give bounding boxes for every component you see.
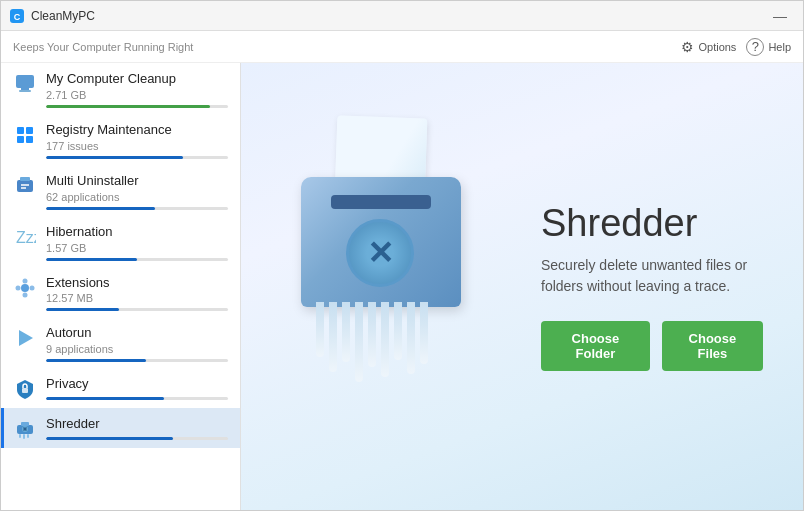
- app-icon: C: [9, 8, 25, 24]
- extensions-progress: [46, 308, 228, 311]
- shredder-strips: [316, 302, 428, 382]
- shredder-x-icon: ✕: [367, 237, 394, 269]
- autorun-progress-bar: [46, 359, 146, 362]
- svg-point-18: [23, 292, 28, 297]
- svg-point-17: [16, 285, 21, 290]
- help-button[interactable]: Help: [746, 38, 791, 56]
- shredder-strip-6: [394, 302, 402, 360]
- sidebar-item-privacy[interactable]: Privacy: [1, 368, 240, 408]
- svg-text:Zzz: Zzz: [16, 229, 36, 246]
- options-button[interactable]: Options: [681, 39, 736, 55]
- svg-rect-7: [17, 136, 24, 143]
- shredder-strip-7: [407, 302, 415, 374]
- extensions-content: Extensions12.57 MB: [46, 275, 228, 312]
- svg-rect-24: [23, 434, 25, 439]
- sidebar-item-my-computer-cleanup[interactable]: My Computer Cleanup2.71 GB: [1, 63, 240, 114]
- multi-uninstaller-progress: [46, 207, 228, 210]
- svg-rect-2: [16, 75, 34, 88]
- multi-uninstaller-name: Multi Uninstaller: [46, 173, 228, 190]
- privacy-progress-bar: [46, 397, 164, 400]
- my-computer-cleanup-content: My Computer Cleanup2.71 GB: [46, 71, 228, 108]
- my-computer-cleanup-icon: [14, 73, 38, 97]
- close-button[interactable]: —: [765, 6, 795, 26]
- svg-rect-8: [26, 136, 33, 143]
- svg-text:C: C: [14, 12, 21, 22]
- choose-files-button[interactable]: Choose Files: [662, 321, 763, 371]
- sidebar-item-shredder[interactable]: Shredder: [1, 408, 240, 448]
- registry-maintenance-name: Registry Maintenance: [46, 122, 228, 139]
- app-subtitle: Keeps Your Computer Running Right: [13, 41, 193, 53]
- svg-rect-4: [19, 90, 31, 92]
- shredder-progress-bar: [46, 437, 173, 440]
- main-layout: My Computer Cleanup2.71 GBRegistry Maint…: [1, 63, 803, 510]
- autorun-content: Autorun9 applications: [46, 325, 228, 362]
- header: Keeps Your Computer Running Right Option…: [1, 31, 803, 63]
- hibernation-progress-bar: [46, 258, 137, 261]
- choose-folder-button[interactable]: Choose Folder: [541, 321, 650, 371]
- svg-rect-22: [21, 422, 29, 426]
- extensions-progress-bar: [46, 308, 119, 311]
- shredder-progress: [46, 437, 228, 440]
- privacy-icon: [14, 378, 38, 402]
- titlebar: C CleanMyPC —: [1, 1, 803, 31]
- registry-maintenance-sub: 177 issues: [46, 140, 228, 152]
- svg-point-16: [30, 285, 35, 290]
- shredder-x-circle: ✕: [346, 219, 414, 287]
- privacy-name: Privacy: [46, 376, 228, 393]
- help-icon: [746, 38, 764, 56]
- svg-rect-23: [19, 434, 21, 438]
- sidebar-item-extensions[interactable]: Extensions12.57 MB: [1, 267, 240, 318]
- multi-uninstaller-content: Multi Uninstaller62 applications: [46, 173, 228, 210]
- autorun-progress: [46, 359, 228, 362]
- sidebar: My Computer Cleanup2.71 GBRegistry Maint…: [1, 63, 241, 510]
- my-computer-cleanup-progress-bar: [46, 105, 210, 108]
- hibernation-progress: [46, 258, 228, 261]
- sidebar-item-multi-uninstaller[interactable]: Multi Uninstaller62 applications: [1, 165, 240, 216]
- sidebar-item-autorun[interactable]: Autorun9 applications: [1, 317, 240, 368]
- registry-maintenance-icon: [14, 124, 38, 148]
- multi-uninstaller-icon: [14, 175, 38, 199]
- shredder-slot: [331, 195, 431, 209]
- svg-point-14: [21, 284, 29, 292]
- multi-uninstaller-sub: 62 applications: [46, 191, 228, 203]
- content-area: ✕ Shredder Securely delete unwanted file…: [241, 63, 803, 510]
- registry-maintenance-progress-bar: [46, 156, 183, 159]
- shredder-strip-4: [368, 302, 376, 367]
- svg-rect-25: [27, 434, 29, 438]
- sidebar-item-registry-maintenance[interactable]: Registry Maintenance177 issues: [1, 114, 240, 165]
- shredder-buttons: Choose Folder Choose Files: [541, 321, 763, 371]
- my-computer-cleanup-name: My Computer Cleanup: [46, 71, 228, 88]
- extensions-icon: [14, 277, 38, 301]
- autorun-name: Autorun: [46, 325, 228, 342]
- my-computer-cleanup-progress: [46, 105, 228, 108]
- hibernation-name: Hibernation: [46, 224, 228, 241]
- hibernation-icon: Zzz: [14, 226, 38, 250]
- header-actions: Options Help: [681, 38, 791, 56]
- autorun-sub: 9 applications: [46, 343, 228, 355]
- hibernation-sub: 1.57 GB: [46, 242, 228, 254]
- hibernation-content: Hibernation1.57 GB: [46, 224, 228, 261]
- shredder-description: Securely delete unwanted files or folder…: [541, 255, 763, 297]
- shredder-strip-3: [355, 302, 363, 382]
- registry-maintenance-progress: [46, 156, 228, 159]
- registry-maintenance-content: Registry Maintenance177 issues: [46, 122, 228, 159]
- privacy-progress: [46, 397, 228, 400]
- shredder-title: Shredder: [541, 202, 763, 245]
- multi-uninstaller-progress-bar: [46, 207, 155, 210]
- shredder-name: Shredder: [46, 416, 228, 433]
- shredder-strip-1: [329, 302, 337, 372]
- shredder-illustration: ✕: [281, 117, 511, 457]
- shredder-strip-2: [342, 302, 350, 362]
- help-label: Help: [768, 41, 791, 53]
- svg-point-15: [23, 278, 28, 283]
- extensions-sub: 12.57 MB: [46, 292, 228, 304]
- app-title: CleanMyPC: [31, 9, 765, 23]
- sidebar-item-hibernation[interactable]: ZzzHibernation1.57 GB: [1, 216, 240, 267]
- shredder-strip-0: [316, 302, 324, 357]
- svg-rect-6: [26, 127, 33, 134]
- svg-rect-5: [17, 127, 24, 134]
- svg-rect-20: [22, 388, 28, 393]
- svg-rect-10: [20, 177, 30, 181]
- svg-marker-19: [19, 330, 33, 346]
- shredder-icon: [14, 418, 38, 442]
